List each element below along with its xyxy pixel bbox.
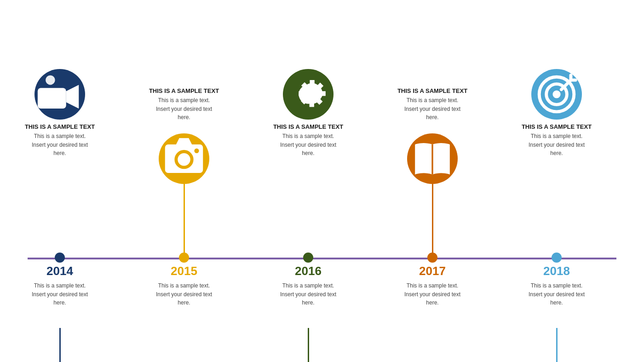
item-title-2017: THIS IS A SAMPLE TEXT [390, 87, 475, 94]
icon-circle-2016 [283, 69, 334, 120]
icon-circle-2015 [159, 133, 209, 184]
timeline-item-2016: THIS IS A SAMPLE TEXT This is a sample t… [262, 60, 354, 362]
item-desc-above-2018: This is a sample text. Insert your desir… [514, 132, 599, 158]
item-desc-above-2017: This is a sample text. Insert your desir… [390, 96, 475, 122]
svg-marker-2 [66, 85, 79, 109]
item-desc-below-2015: This is a sample text. Insert your desir… [142, 282, 227, 307]
text-above-2015: THIS IS A SAMPLE TEXT This is a sample t… [142, 87, 227, 122]
year-label-2017: 2017 [419, 264, 446, 278]
item-desc-above-2015: This is a sample text. Insert your desir… [142, 96, 227, 122]
dot-2016 [303, 253, 313, 263]
timeline-item-2018: THIS IS A SAMPLE TEXT This is a sample t… [511, 60, 603, 362]
svg-rect-1 [38, 88, 66, 109]
stem-2016 [308, 328, 309, 362]
item-desc-below-2016: This is a sample text. Insert your desir… [266, 282, 351, 307]
year-label-2018: 2018 [543, 264, 570, 278]
timeline-line [28, 258, 616, 259]
item-desc-above-2016: This is a sample text. Insert your desir… [266, 132, 351, 158]
main-title [0, 0, 644, 8]
svg-point-6 [194, 149, 199, 153]
dot-2018 [552, 253, 562, 263]
stem-2015 [184, 184, 185, 254]
dot-2015 [179, 253, 189, 263]
icon-circle-2014 [34, 69, 85, 120]
year-label-2015: 2015 [171, 264, 197, 278]
timeline-item-2014: THIS IS A SAMPLE TEXT This is a sample t… [14, 60, 106, 362]
stem-2018 [556, 328, 558, 362]
item-title-2014: THIS IS A SAMPLE TEXT [17, 123, 103, 130]
stem-2017 [432, 184, 433, 254]
dot-2017 [427, 253, 437, 263]
text-above-2018: THIS IS A SAMPLE TEXT This is a sample t… [514, 123, 599, 158]
item-title-2016: THIS IS A SAMPLE TEXT [266, 123, 351, 130]
timeline-item-2015: THIS IS A SAMPLE TEXT This is a sample t… [138, 60, 230, 362]
stem-2014 [59, 328, 61, 362]
item-desc-below-2014: This is a sample text. Insert your desir… [17, 282, 103, 307]
item-desc-below-2018: This is a sample text. Insert your desir… [514, 282, 599, 307]
item-title-2015: THIS IS A SAMPLE TEXT [142, 87, 227, 94]
svg-point-10 [552, 90, 560, 98]
item-desc-below-2017: This is a sample text. Insert your desir… [390, 282, 475, 307]
dot-2014 [55, 253, 65, 263]
icon-circle-2018 [531, 69, 582, 120]
timeline-item-2017: THIS IS A SAMPLE TEXT This is a sample t… [386, 60, 478, 362]
item-title-2018: THIS IS A SAMPLE TEXT [514, 123, 599, 130]
icon-circle-2017 [407, 133, 458, 184]
item-desc-above-2014: This is a sample text. Insert your desir… [17, 132, 103, 158]
text-above-2014: THIS IS A SAMPLE TEXT This is a sample t… [17, 123, 103, 158]
text-above-2017: THIS IS A SAMPLE TEXT This is a sample t… [390, 87, 475, 122]
year-label-2016: 2016 [295, 264, 322, 278]
svg-point-5 [179, 155, 189, 164]
text-above-2016: THIS IS A SAMPLE TEXT This is a sample t… [266, 123, 351, 158]
svg-point-0 [46, 75, 55, 85]
timeline-container: THIS IS A SAMPLE TEXT This is a sample t… [0, 60, 644, 362]
year-label-2014: 2014 [46, 264, 73, 278]
